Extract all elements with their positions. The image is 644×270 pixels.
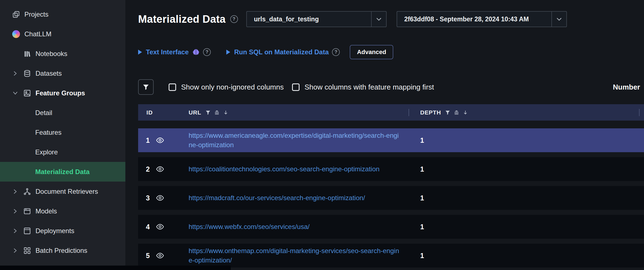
sidebar-item-projects[interactable]: Projects — [0, 4, 125, 24]
chevron-right-icon[interactable] — [12, 70, 23, 77]
checkbox-non-ignored-columns[interactable]: Show only non-ignored columns — [169, 83, 284, 91]
url-link[interactable]: https://www.webfx.com/seo/services/usa/ — [189, 222, 400, 231]
column-header-depth[interactable]: DEPTH — [420, 104, 644, 121]
number-label: Number — [613, 83, 640, 91]
expand-triangle-icon — [138, 50, 142, 55]
sidebar-item-features[interactable]: Features — [0, 123, 125, 142]
version-select-value: 2f63ddf08 - September 28, 2024 10:43 AM — [397, 16, 551, 23]
text-interface-help-icon[interactable]: ? — [203, 48, 211, 56]
title-help-icon[interactable]: ? — [230, 15, 238, 23]
run-sql-link[interactable]: Run SQL on Materialized Data ? — [226, 48, 340, 56]
sort-desc-icon[interactable] — [463, 110, 468, 115]
chevron-right-icon[interactable] — [12, 208, 23, 214]
feature-mapping-icon[interactable] — [214, 110, 220, 115]
row-id-cell: 3 — [138, 194, 189, 202]
run-sql-help-icon[interactable]: ? — [332, 48, 340, 56]
sort-desc-icon[interactable] — [223, 110, 229, 115]
text-interface-link[interactable]: Text Interface ? — [138, 48, 211, 56]
row-url-cell: https://madcraft.co/our-services/search-… — [189, 191, 420, 205]
table-row[interactable]: 1https://www.americaneagle.com/expertise… — [138, 128, 644, 152]
sidebar-item-document-retrievers[interactable]: Document Retrievers — [0, 182, 125, 201]
advanced-button[interactable]: Advanced — [350, 45, 393, 59]
eye-icon[interactable] — [156, 251, 164, 260]
sidebar-item-label: Features — [35, 129, 62, 136]
sidebar-item-label: Explore — [35, 148, 58, 156]
main-content: Materialized Data ? urls_data_for_testin… — [125, 0, 644, 270]
page-title: Materialized Data — [138, 13, 226, 25]
url-link[interactable]: https://www.americaneagle.com/expertise/… — [189, 131, 400, 150]
row-depth: 1 — [420, 165, 644, 173]
row-id-cell: 1 — [138, 136, 189, 144]
column-header-id[interactable]: ID — [138, 104, 189, 121]
bottom-edge-bar — [0, 266, 231, 270]
checkbox-non-ignored-label: Show only non-ignored columns — [181, 83, 284, 91]
chevron-right-icon[interactable] — [12, 248, 23, 254]
url-link[interactable]: https://coalitiontechnologies.com/seo-se… — [189, 164, 400, 174]
sidebar-item-label: Models — [36, 207, 57, 215]
title-row: Materialized Data ? urls_data_for_testin… — [138, 11, 644, 27]
sidebar-item-datasets[interactable]: Datasets — [0, 63, 125, 83]
sidebar-item-label: Datasets — [36, 70, 62, 77]
chevron-right-icon[interactable] — [12, 189, 23, 195]
sidebar-item-materialized-data[interactable]: Materialized Data — [0, 162, 125, 182]
column-header-url[interactable]: URL — [189, 104, 420, 121]
sidebar-item-label: Deployments — [36, 227, 74, 235]
checkbox-icon[interactable] — [292, 83, 300, 91]
version-select[interactable]: 2f63ddf08 - September 28, 2024 10:43 AM — [397, 11, 567, 27]
chevron-down-icon[interactable] — [551, 12, 566, 27]
sidebar-item-label: Document Retrievers — [36, 188, 98, 195]
table-body: 1https://www.americaneagle.com/expertise… — [138, 128, 644, 268]
data-table: ID URL DEPTH 1https: — [138, 104, 644, 268]
filter-icon[interactable] — [205, 110, 211, 115]
feature-mapping-icon[interactable] — [454, 110, 459, 115]
chevron-down-icon[interactable] — [12, 90, 23, 96]
sidebar-item-detail[interactable]: Detail — [0, 103, 125, 123]
column-label-url: URL — [189, 109, 201, 116]
row-depth: 1 — [420, 194, 644, 202]
sidebar-item-deployments[interactable]: Deployments — [0, 221, 125, 241]
models-icon — [23, 207, 36, 215]
column-icons — [445, 110, 468, 115]
filter-button[interactable] — [138, 79, 154, 95]
feature-group-select[interactable]: urls_data_for_testing — [246, 11, 387, 27]
table-row[interactable]: 2https://coalitiontechnologies.com/seo-s… — [138, 157, 644, 181]
deployments-icon — [23, 227, 36, 235]
checkbox-icon[interactable] — [169, 83, 176, 91]
chevron-down-icon[interactable] — [371, 12, 386, 27]
sidebar-item-feature-groups[interactable]: Feature Groups — [0, 83, 125, 103]
eye-icon[interactable] — [156, 165, 164, 173]
run-sql-label: Run SQL on Materialized Data — [234, 48, 329, 56]
brain-icon — [192, 48, 200, 56]
sidebar-item-batch-predictions[interactable]: Batch Predictions — [0, 241, 125, 260]
sidebar-item-label: Projects — [24, 11, 49, 18]
url-link[interactable]: https://madcraft.co/our-services/search-… — [189, 193, 400, 203]
row-id-cell: 5 — [138, 251, 189, 260]
filter-icon — [142, 83, 149, 91]
column-label-depth: DEPTH — [420, 109, 441, 116]
row-id: 4 — [146, 223, 150, 231]
filter-row: Show only non-ignored columns Show colum… — [138, 79, 644, 95]
checkbox-feature-mapping-first[interactable]: Show columns with feature mapping first — [292, 83, 434, 91]
filter-icon[interactable] — [445, 110, 450, 115]
batch-predictions-icon — [23, 247, 36, 254]
checkbox-feature-mapping-label: Show columns with feature mapping first — [305, 83, 434, 91]
eye-icon[interactable] — [156, 136, 164, 144]
row-id: 5 — [146, 252, 150, 260]
sidebar-item-chatllm[interactable]: ChatLLM — [0, 24, 125, 44]
column-label-id: ID — [146, 109, 153, 116]
row-url-cell: https://www.webfx.com/seo/services/usa/ — [189, 220, 420, 234]
sidebar-item-explore[interactable]: Explore — [0, 142, 125, 162]
row-id: 3 — [146, 194, 150, 202]
notebooks-icon — [23, 50, 36, 58]
sidebar-item-notebooks[interactable]: Notebooks — [0, 44, 125, 63]
eye-icon[interactable] — [156, 194, 164, 202]
eye-icon[interactable] — [156, 223, 164, 231]
table-row[interactable]: 4https://www.webfx.com/seo/services/usa/… — [138, 215, 644, 239]
table-row[interactable]: 5https://www.onthemap.com/digital-market… — [138, 244, 644, 268]
url-link[interactable]: https://www.onthemap.com/digital-marketi… — [189, 246, 400, 265]
chevron-right-icon[interactable] — [12, 228, 23, 234]
row-id-cell: 2 — [138, 165, 189, 173]
sidebar-item-models[interactable]: Models — [0, 201, 125, 221]
sidebar-nav: ProjectsChatLLMNotebooksDatasetsFeature … — [0, 4, 125, 260]
table-row[interactable]: 3https://madcraft.co/our-services/search… — [138, 186, 644, 210]
